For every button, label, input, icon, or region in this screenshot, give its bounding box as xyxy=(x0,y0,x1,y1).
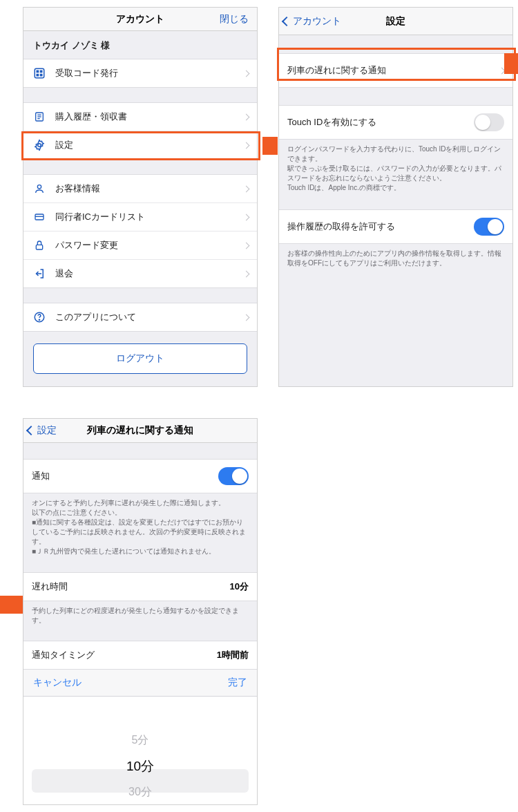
touch-id-help: ログインパスワードを入力する代わりに、Touch IDを利用しログインできます。… xyxy=(279,139,512,200)
picker-cancel-button[interactable]: キャンセル xyxy=(33,677,81,689)
highlight-arrow-icon xyxy=(262,137,278,155)
lock-icon xyxy=(32,239,47,252)
person-icon xyxy=(32,182,47,195)
svg-rect-0 xyxy=(35,68,44,78)
svg-rect-13 xyxy=(36,245,42,249)
picker-option[interactable]: 30分 xyxy=(126,780,154,804)
row-history[interactable]: 購入履歴・領収書 xyxy=(23,102,257,131)
nav-title: 列車の遅れに関する通知 xyxy=(23,424,257,437)
picker-option[interactable]: 5分 xyxy=(126,728,154,753)
row-label: 遅れ時間 xyxy=(32,580,230,593)
help-icon xyxy=(32,311,47,323)
back-label: 設定 xyxy=(37,424,57,437)
chevron-left-icon xyxy=(26,426,36,435)
touch-id-toggle[interactable] xyxy=(474,113,504,131)
account-screen: アカウント 閉じる トウカイ ノゾミ 様 受取コード発行 購入履歴・領収書 設定… xyxy=(23,7,258,387)
svg-point-9 xyxy=(38,144,41,147)
row-label: 設定 xyxy=(55,139,238,151)
row-pickup-code[interactable]: 受取コード発行 xyxy=(23,59,257,88)
row-about[interactable]: このアプリについて xyxy=(23,303,257,332)
receipt-icon xyxy=(32,111,47,123)
row-timing[interactable]: 通知タイミング 1時間前 xyxy=(23,641,257,670)
row-label: 同行者ICカードリスト xyxy=(55,211,238,223)
card-icon xyxy=(32,211,47,223)
notify-help: オンにすると予約した列車に遅れが発生した際に通知します。 以下の点にご注意くださ… xyxy=(23,493,257,563)
chevron-right-icon xyxy=(243,113,250,120)
row-notify: 通知 xyxy=(23,459,257,493)
delay-time-value: 10分 xyxy=(230,580,249,593)
navbar: アカウント 設定 xyxy=(279,8,512,35)
row-label: 通知 xyxy=(32,470,218,482)
chevron-right-icon xyxy=(243,314,250,321)
svg-rect-1 xyxy=(37,70,38,72)
row-label: パスワード変更 xyxy=(55,239,238,252)
row-delay-time[interactable]: 遅れ時間 10分 xyxy=(23,572,257,601)
chevron-left-icon xyxy=(282,16,291,26)
row-history-consent: 操作履歴の取得を許可する xyxy=(279,209,512,244)
row-touch-id: Touch IDを有効にする xyxy=(279,105,512,140)
svg-point-16 xyxy=(39,319,39,320)
picker-toolbar: キャンセル 完了 xyxy=(23,669,257,697)
back-label: アカウント xyxy=(293,15,341,28)
row-password[interactable]: パスワード変更 xyxy=(23,231,257,260)
history-consent-help: お客様の操作性向上のためにアプリ内の操作情報を取得します。情報取得をOFFにして… xyxy=(279,243,512,275)
notify-toggle[interactable] xyxy=(218,467,249,485)
row-delay-notice[interactable]: 列車の遅れに関する通知 xyxy=(279,53,512,88)
settings-screen: アカウント 設定 列車の遅れに関する通知 Touch IDを有効にする ログイン… xyxy=(278,7,513,387)
row-label: Touch IDを有効にする xyxy=(287,116,474,129)
chevron-right-icon xyxy=(243,270,250,277)
timing-value: 1時間前 xyxy=(217,649,249,661)
chevron-right-icon xyxy=(243,70,250,77)
svg-point-10 xyxy=(37,185,41,189)
row-customer-info[interactable]: お客様情報 xyxy=(23,174,257,203)
navbar: 設定 列車の遅れに関する通知 xyxy=(23,419,257,443)
delay-time-help: 予約した列車にどの程度遅れが発生したら通知するかを設定できます。 xyxy=(23,601,257,632)
svg-rect-4 xyxy=(41,75,42,76)
row-withdraw[interactable]: 退会 xyxy=(23,259,257,288)
row-label: 退会 xyxy=(55,267,238,280)
row-label: 購入履歴・領収書 xyxy=(55,111,238,123)
svg-rect-3 xyxy=(37,75,38,76)
row-settings[interactable]: 設定 xyxy=(23,131,257,160)
svg-rect-2 xyxy=(41,70,42,72)
close-button[interactable]: 閉じる xyxy=(220,13,257,26)
user-name-header: トウカイ ノゾミ 様 xyxy=(23,31,257,59)
row-label: お客様情報 xyxy=(55,182,238,195)
row-label: このアプリについて xyxy=(55,311,238,323)
chevron-right-icon xyxy=(243,242,250,249)
highlight-arrow-icon xyxy=(0,596,23,614)
navbar: アカウント 閉じる xyxy=(23,8,257,31)
exit-icon xyxy=(32,267,47,280)
picker-done-button[interactable]: 完了 xyxy=(228,677,247,689)
qr-icon xyxy=(32,67,47,79)
row-label: 受取コード発行 xyxy=(55,67,238,79)
row-label: 通知タイミング xyxy=(32,649,217,661)
picker-option-selected[interactable]: 10分 xyxy=(126,753,154,780)
back-button[interactable]: 設定 xyxy=(23,424,57,437)
chevron-right-icon xyxy=(243,142,250,149)
history-consent-toggle[interactable] xyxy=(474,218,504,236)
logout-button[interactable]: ログアウト xyxy=(33,343,247,374)
delay-notice-screen: 設定 列車の遅れに関する通知 通知 オンにすると予約した列車に遅れが発生した際に… xyxy=(23,418,258,805)
chevron-right-icon xyxy=(243,185,250,192)
highlight-arrow-icon xyxy=(504,53,518,74)
gear-icon xyxy=(32,139,47,151)
row-companion-ic[interactable]: 同行者ICカードリスト xyxy=(23,202,257,232)
picker-wheel[interactable]: 5分 10分 30分 xyxy=(23,697,257,804)
back-button[interactable]: アカウント xyxy=(279,15,341,28)
chevron-right-icon xyxy=(243,214,250,220)
row-label: 操作履歴の取得を許可する xyxy=(287,220,474,233)
row-label: 列車の遅れに関する通知 xyxy=(287,64,494,77)
